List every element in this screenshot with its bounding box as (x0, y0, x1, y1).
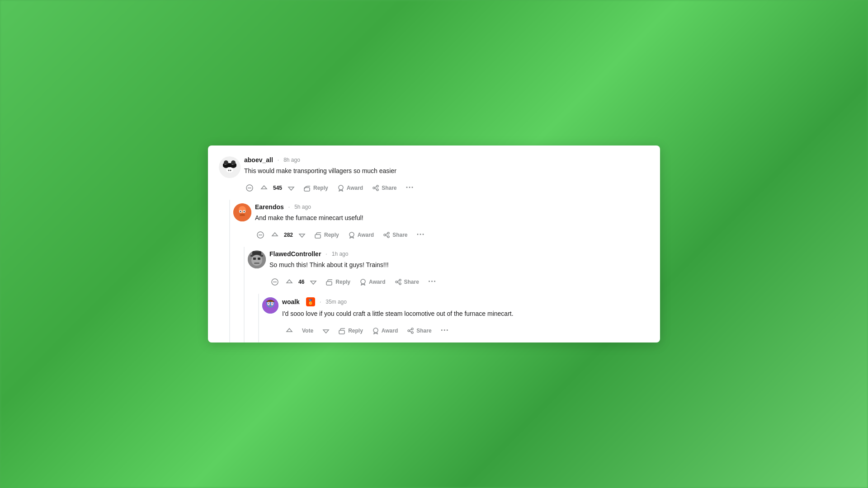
thread-flawed-wrap: FlawedController · 1h ago So much this! … (233, 247, 646, 343)
share-btn-aboev[interactable]: Share (368, 182, 400, 194)
share-btn-flawed[interactable]: Share (391, 276, 423, 288)
svg-point-25 (240, 211, 241, 212)
reply-btn-earendos[interactable]: Reply (311, 229, 343, 241)
downvote-btn-flawed[interactable] (306, 276, 321, 288)
svg-point-60 (272, 303, 273, 304)
share-btn-earendos[interactable]: Share (379, 229, 411, 241)
comment-body-aboev: This would make transporting villagers s… (244, 166, 646, 176)
action-bar-aboev: 545 Reply Award (244, 181, 646, 194)
reply-btn-woalk[interactable]: Reply (335, 324, 367, 337)
upvote-btn-earendos[interactable] (268, 229, 282, 241)
svg-point-7 (228, 170, 230, 171)
thread-woalk-wrap: woalk 🏅 · 35m ago I'd sooo love if you c… (248, 294, 646, 343)
comment-aboev: aboev_all · 8h ago This would make trans… (219, 156, 646, 194)
downvote-btn-woalk[interactable] (319, 324, 333, 337)
award-btn-earendos[interactable]: Award (344, 229, 377, 241)
downvote-btn-aboev[interactable] (284, 182, 298, 194)
upvote-btn-aboev[interactable] (257, 182, 271, 194)
comment-body-flawed: So much this! Think about it guys! Train… (269, 260, 646, 270)
reply-btn-flawed[interactable]: Reply (322, 276, 354, 288)
share-btn-woalk[interactable]: Share (403, 324, 435, 337)
svg-point-47 (361, 279, 365, 284)
timestamp-flawed: 1h ago (332, 251, 349, 257)
svg-point-4 (226, 167, 233, 173)
vote-count-aboev: 545 (273, 185, 282, 191)
comment-header-aboev: aboev_all · 8h ago (244, 156, 646, 164)
svg-point-31 (349, 232, 354, 237)
reply-btn-aboev[interactable]: Reply (300, 182, 332, 194)
svg-point-15 (377, 185, 378, 187)
action-bar-woalk: Vote (282, 324, 646, 337)
svg-point-33 (384, 234, 386, 236)
upvote-btn-woalk[interactable] (282, 324, 297, 337)
more-btn-flawed[interactable]: ··· (425, 275, 440, 288)
action-bar-earendos: 282 Reply (255, 228, 646, 241)
username-flawed: FlawedController (269, 250, 321, 258)
collapse-btn-flawed[interactable] (269, 277, 280, 287)
collapse-btn-earendos[interactable] (255, 230, 266, 240)
svg-line-52 (397, 282, 399, 283)
comment-header-flawed: FlawedController · 1h ago (269, 250, 646, 258)
username-woalk: woalk (282, 298, 300, 305)
svg-point-65 (411, 332, 413, 333)
svg-point-64 (408, 330, 410, 332)
svg-rect-41 (253, 258, 256, 260)
svg-point-10 (231, 164, 233, 165)
avatar-woalk (262, 297, 278, 314)
svg-rect-42 (258, 258, 260, 260)
svg-rect-61 (339, 330, 344, 334)
timestamp-aboev: 8h ago (283, 157, 300, 163)
svg-rect-43 (254, 263, 259, 264)
vote-count-flawed: 46 (298, 279, 304, 285)
award-btn-woalk[interactable]: Award (368, 324, 401, 337)
more-btn-earendos[interactable]: ··· (413, 228, 429, 241)
svg-line-36 (386, 235, 387, 236)
thread-line-1 (229, 200, 230, 343)
action-bar-flawed: 46 Reply (269, 275, 646, 288)
thread-line-3 (258, 294, 259, 343)
more-btn-aboev[interactable]: ··· (402, 181, 418, 194)
svg-rect-46 (326, 282, 332, 285)
timestamp-woalk: 35m ago (326, 299, 347, 305)
vote-count-earendos: 282 (284, 232, 293, 238)
svg-line-18 (375, 187, 377, 188)
svg-point-59 (268, 303, 269, 304)
comment-header-earendos: Earendos · 5h ago (255, 203, 646, 211)
svg-point-49 (396, 281, 397, 283)
downvote-btn-earendos[interactable] (295, 229, 309, 241)
thread-earendos-wrap: Earendos · 5h ago And make the furnace m… (219, 200, 646, 343)
svg-line-51 (397, 281, 399, 282)
comment-body-earendos: And make the furnace minecart useful! (255, 213, 646, 223)
thread-line-2 (244, 247, 245, 343)
award-btn-aboev[interactable]: Award (334, 182, 367, 194)
svg-point-62 (373, 328, 378, 333)
svg-rect-30 (315, 235, 321, 238)
svg-point-26 (244, 211, 245, 212)
avatar-aboev (219, 156, 241, 178)
award-btn-flawed[interactable]: Award (356, 276, 389, 288)
svg-point-63 (411, 328, 413, 330)
svg-line-35 (386, 234, 387, 235)
more-btn-woalk[interactable]: ··· (437, 324, 453, 337)
comment-flawed: FlawedController · 1h ago So much this! … (248, 247, 646, 343)
collapse-btn-aboev[interactable] (244, 183, 255, 193)
comment-earendos: Earendos · 5h ago And make the furnace m… (233, 200, 646, 343)
svg-point-14 (339, 185, 343, 190)
avatar-flawed (248, 250, 266, 268)
username-aboev: aboev_all (244, 156, 273, 164)
timestamp-earendos: 5h ago (294, 204, 311, 210)
svg-point-34 (387, 236, 389, 238)
svg-point-9 (224, 164, 226, 165)
svg-point-40 (251, 255, 262, 266)
svg-point-8 (230, 170, 231, 171)
svg-line-19 (375, 188, 377, 189)
svg-line-66 (410, 329, 411, 330)
award-badge-woalk: 🏅 (306, 297, 315, 306)
vote-label-woalk: Vote (298, 325, 317, 337)
username-earendos: Earendos (255, 203, 284, 211)
svg-point-16 (373, 187, 375, 189)
svg-point-50 (399, 283, 401, 285)
comment-body-woalk: I'd sooo love if you could craft a littl… (282, 309, 646, 319)
comment-woalk: woalk 🏅 · 35m ago I'd sooo love if you c… (262, 294, 646, 343)
upvote-btn-flawed[interactable] (282, 276, 297, 288)
